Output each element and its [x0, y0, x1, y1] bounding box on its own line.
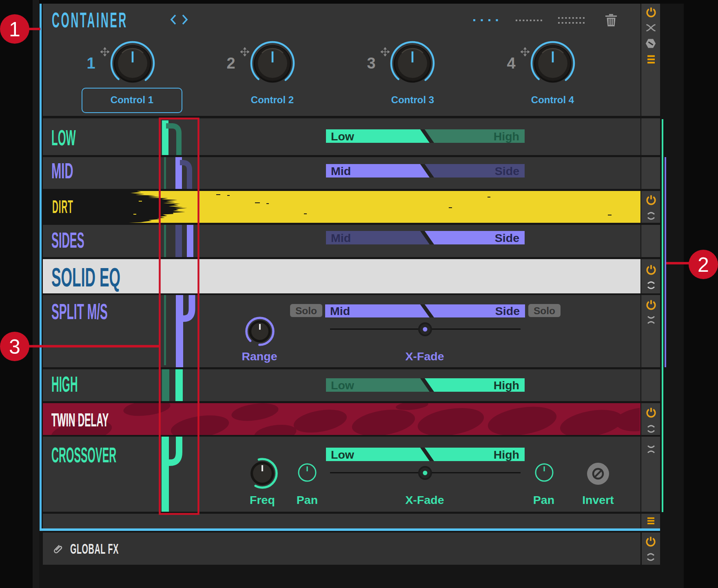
svg-text:3: 3: [9, 335, 20, 358]
svg-text:2: 2: [698, 253, 709, 276]
svg-text:1: 1: [9, 18, 20, 41]
